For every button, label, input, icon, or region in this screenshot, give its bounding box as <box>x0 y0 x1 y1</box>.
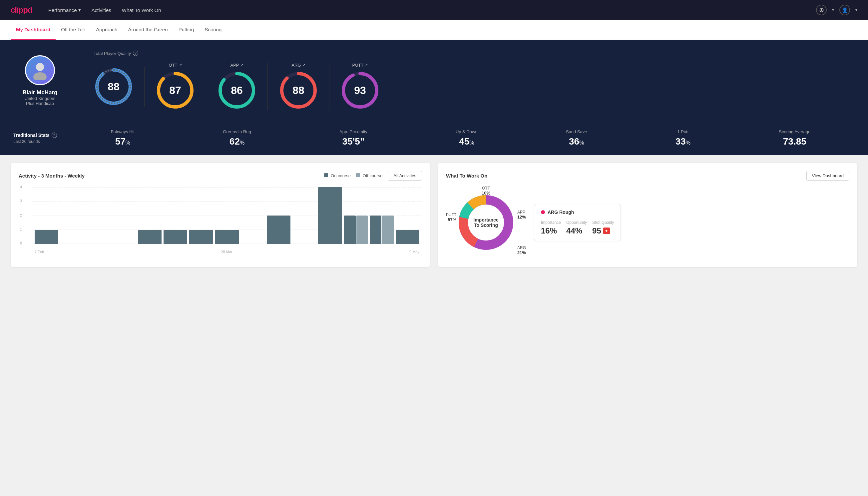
stat-fairways-hit: Fairways Hit 57% <box>111 129 135 147</box>
donut-center: Importance To Scoring <box>456 192 516 252</box>
stat-one-putt: 1 Putt 33% <box>676 129 691 147</box>
donut-center-line1: Importance <box>473 217 498 222</box>
donut-center-line2: To Scoring <box>473 222 498 228</box>
ott-circle: 87 <box>155 70 195 110</box>
off-course-bar <box>382 216 394 244</box>
player-country: United Kingdom <box>25 96 56 101</box>
nav-links: Performance ▾ Activities What To Work On <box>48 7 816 13</box>
chart-title: Activity - 3 Months - Weekly <box>19 173 84 179</box>
bar-group <box>396 230 419 244</box>
app-value: 86 <box>231 84 243 97</box>
on-course-dot <box>324 173 328 177</box>
work-header: What To Work On View Dashboard <box>446 171 849 181</box>
donut-wrapper: Importance To Scoring OTT 10% APP 12% AR… <box>446 186 526 259</box>
app-circle: 86 <box>217 70 257 110</box>
help-icon[interactable]: ? <box>133 51 138 56</box>
stat-scoring-avg: Scoring Average 73.85 <box>779 129 810 147</box>
nav-what-to-work-on[interactable]: What To Work On <box>122 7 161 13</box>
bar-group <box>318 187 342 244</box>
view-dashboard-button[interactable]: View Dashboard <box>806 171 849 181</box>
trad-help-icon[interactable]: ? <box>52 133 57 138</box>
trad-subtitle: Last 20 rounds <box>13 139 67 144</box>
tab-my-dashboard[interactable]: My Dashboard <box>11 20 56 40</box>
trad-title: Traditional Stats ? <box>13 133 67 138</box>
bar-group <box>370 216 393 244</box>
add-button[interactable]: ⊕ <box>816 5 827 15</box>
score-total: 88 <box>94 67 145 107</box>
putt-circle: 93 <box>340 70 380 110</box>
score-putt: PUTT ↗ 93 <box>329 63 391 110</box>
logo[interactable]: clippd <box>11 5 32 15</box>
arg-indicator-dot <box>541 210 545 214</box>
traditional-stats: Traditional Stats ? Last 20 rounds Fairw… <box>0 121 868 155</box>
player-avatar <box>25 55 55 85</box>
on-course-bar <box>163 230 187 244</box>
tab-off-the-tee[interactable]: Off the Tee <box>56 20 91 40</box>
work-content: Importance To Scoring OTT 10% APP 12% AR… <box>446 186 849 259</box>
arg-info-title: ARG Rough <box>541 210 614 215</box>
chart-legend: On course Off course <box>324 173 382 178</box>
total-circle: 88 <box>94 67 133 107</box>
app-donut-label: APP 12% <box>517 210 526 219</box>
on-course-bar <box>267 216 290 244</box>
trad-label: Traditional Stats ? Last 20 rounds <box>13 133 67 144</box>
tab-scoring[interactable]: Scoring <box>199 20 227 40</box>
arg-donut-label: ARG 21% <box>517 246 526 255</box>
on-course-bar <box>189 230 213 244</box>
bar-group <box>163 230 187 244</box>
nav-activities[interactable]: Activities <box>92 7 111 13</box>
tab-bar: My Dashboard Off the Tee Approach Around… <box>0 20 868 40</box>
tab-approach[interactable]: Approach <box>91 20 123 40</box>
svg-point-1 <box>33 72 47 80</box>
stat-up-down: Up & Down 45% <box>456 129 478 147</box>
ott-value: 87 <box>169 84 181 97</box>
x-labels: 7 Feb 28 Mar 9 May <box>32 250 422 254</box>
on-course-bar <box>215 230 239 244</box>
chart-area: 4 3 2 1 0 7 Feb 28 Mar 9 May <box>19 187 422 254</box>
svg-point-0 <box>36 63 44 71</box>
chart-header: Activity - 3 Months - Weekly On course O… <box>19 171 422 181</box>
bar-group <box>35 230 58 244</box>
top-nav: clippd Performance ▾ Activities What To … <box>0 0 868 20</box>
stat-greens-reg: Greens In Reg 62% <box>223 129 251 147</box>
importance-metric: Importance 16% <box>541 220 561 235</box>
score-circles: 88 OTT ↗ 87 AP <box>94 63 855 110</box>
off-course-dot <box>356 173 360 177</box>
bar-group <box>138 230 161 244</box>
stat-sand-save: Sand Save 36% <box>566 129 587 147</box>
putt-donut-label: PUTT 57% <box>446 213 456 222</box>
hero-section: Blair McHarg United Kingdom Plus Handica… <box>0 40 868 121</box>
arg-info-card: ARG Rough Importance 16% Opportunity 44%… <box>534 204 621 241</box>
player-handicap: Plus Handicap <box>26 101 54 106</box>
tab-putting[interactable]: Putting <box>173 20 200 40</box>
app-label: APP ↗ <box>230 63 243 68</box>
nav-performance[interactable]: Performance ▾ <box>48 7 81 13</box>
arg-label: ARG ↗ <box>291 63 305 68</box>
bar-group <box>189 230 213 244</box>
nav-actions: ⊕ ▾ 👤 ▾ <box>816 5 857 15</box>
all-activities-button[interactable]: All Activities <box>388 171 422 181</box>
bar-group <box>215 230 239 244</box>
hero-divider <box>80 51 80 110</box>
bar-group <box>344 216 368 244</box>
total-value: 88 <box>108 80 120 93</box>
player-info: Blair McHarg United Kingdom Plus Handica… <box>13 55 67 106</box>
stat-app-proximity: App. Proximity 35'5" <box>340 129 367 147</box>
on-course-bar <box>318 187 342 244</box>
on-course-bar <box>396 230 419 244</box>
putt-value: 93 <box>354 84 366 97</box>
off-course-bar <box>357 216 368 244</box>
bars-container <box>32 187 422 244</box>
bottom-section: Activity - 3 Months - Weekly On course O… <box>0 155 868 275</box>
info-metrics: Importance 16% Opportunity 44% Shot Qual… <box>541 220 614 235</box>
user-menu[interactable]: 👤 <box>839 5 850 15</box>
on-course-bar <box>370 216 381 244</box>
opportunity-metric: Opportunity 44% <box>566 220 587 235</box>
on-course-bar <box>344 216 356 244</box>
putt-label: PUTT ↗ <box>352 63 368 68</box>
stat-items: Fairways Hit 57% Greens In Reg 62% App. … <box>67 129 855 147</box>
player-name: Blair McHarg <box>23 89 58 96</box>
tab-around-the-green[interactable]: Around the Green <box>123 20 173 40</box>
work-card: What To Work On View Dashboard <box>438 163 857 267</box>
on-course-bar <box>138 230 161 244</box>
